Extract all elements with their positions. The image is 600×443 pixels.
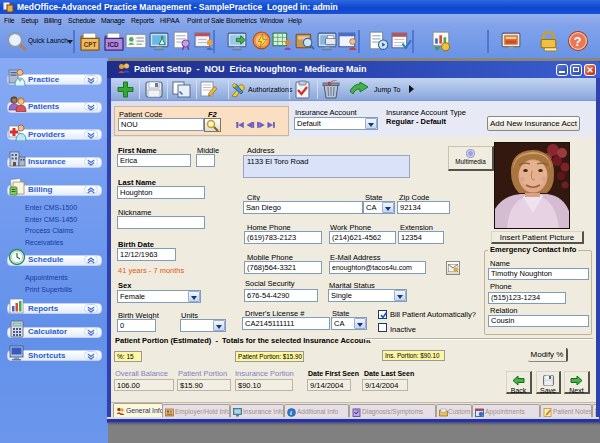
svg-text:ICD: ICD	[108, 41, 119, 48]
svg-text:CPT: CPT	[84, 41, 97, 48]
svg-text:i: i	[290, 409, 292, 416]
svg-text:?: ?	[574, 35, 582, 49]
